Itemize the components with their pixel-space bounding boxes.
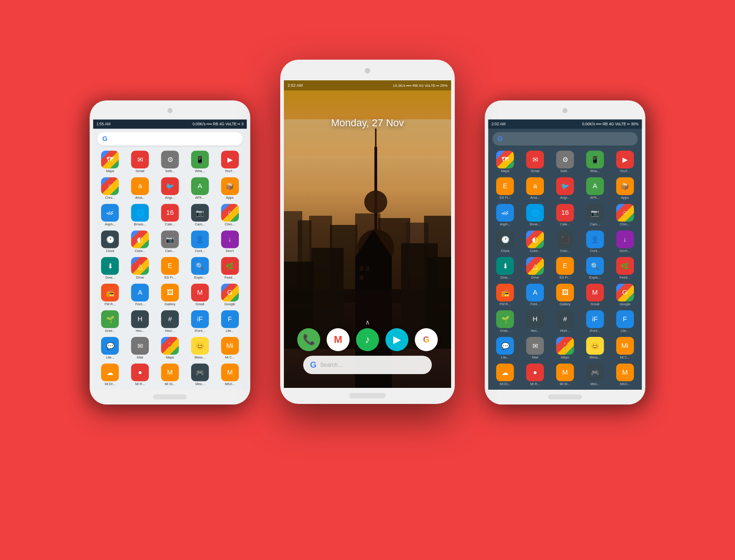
- app-item[interactable]: 📷Cam...: [185, 202, 214, 228]
- app-item[interactable]: MMIUI...: [215, 362, 244, 387]
- app-item[interactable]: 🎮Mini...: [185, 362, 214, 387]
- app-item[interactable]: △Drive: [520, 255, 549, 281]
- app-item[interactable]: 🕐Clock: [491, 229, 520, 254]
- app-item[interactable]: AFont...: [520, 282, 549, 308]
- app-item[interactable]: 🕐Clock: [96, 229, 124, 254]
- app-item[interactable]: MiMi C...: [611, 335, 639, 361]
- app-item[interactable]: 🌐Brows...: [125, 202, 154, 228]
- app-item[interactable]: 16Cale...: [155, 202, 184, 228]
- app-item[interactable]: 📱Wha...: [580, 149, 609, 175]
- app-item[interactable]: 🌱Gree...: [491, 308, 520, 334]
- app-item[interactable]: aAma...: [520, 176, 549, 202]
- dock-music-icon[interactable]: ♪: [356, 328, 379, 351]
- app-item[interactable]: 🖼Gallery: [550, 282, 579, 308]
- app-item[interactable]: 🗺Maps: [96, 149, 124, 175]
- app-item[interactable]: 🔍Explo...: [185, 255, 214, 281]
- app-item[interactable]: ⬇Dow...: [491, 255, 520, 281]
- home-button-right[interactable]: [548, 394, 582, 399]
- app-item[interactable]: ☁Mi Dr...: [491, 362, 520, 387]
- app-item[interactable]: MiMi C...: [215, 335, 244, 361]
- app-item[interactable]: GGoogle: [611, 282, 639, 308]
- app-item[interactable]: ●Mi R...: [520, 362, 549, 387]
- app-item[interactable]: 📦Apps: [215, 176, 244, 202]
- app-item[interactable]: ☁Mi Dr...: [96, 362, 124, 387]
- app-item[interactable]: 👤Cont...: [580, 229, 609, 254]
- app-item[interactable]: 🌿Feed...: [215, 255, 244, 281]
- app-item[interactable]: EES Fi...: [491, 176, 520, 202]
- search-bar-right[interactable]: G: [492, 132, 638, 146]
- app-item[interactable]: 📷Cam...: [580, 202, 609, 228]
- app-item[interactable]: ○Chro...: [215, 202, 244, 228]
- app-item[interactable]: ✉MMS...: [491, 388, 520, 390]
- app-item[interactable]: 🌿Feed...: [611, 255, 639, 281]
- app-item[interactable]: HHex...: [520, 308, 549, 334]
- search-bar-left[interactable]: G: [97, 132, 243, 146]
- app-item[interactable]: HHex...: [125, 308, 154, 334]
- app-item[interactable]: iFiFont...: [580, 308, 609, 334]
- app-item[interactable]: 📍Maps: [550, 335, 579, 361]
- app-item[interactable]: AFont...: [125, 282, 154, 308]
- app-item[interactable]: iFiFont...: [185, 308, 214, 334]
- app-item[interactable]: MMIUI...: [611, 362, 639, 387]
- app-item[interactable]: AAPK...: [185, 176, 214, 202]
- home-button-left[interactable]: [153, 394, 187, 399]
- app-item[interactable]: ✉Gmail: [520, 149, 549, 175]
- app-item[interactable]: 🐦Angr...: [155, 176, 184, 202]
- app-item[interactable]: ◐Color...: [125, 229, 154, 254]
- app-item[interactable]: 💬Lite...: [96, 335, 124, 361]
- dock-google-icon[interactable]: G: [415, 328, 438, 351]
- app-item[interactable]: 😊Mess...: [580, 335, 609, 361]
- app-item[interactable]: ✉Gmail: [125, 149, 154, 175]
- app-item[interactable]: 👤Cont...: [185, 229, 214, 254]
- app-item[interactable]: 🌱Gree...: [96, 308, 124, 334]
- app-item[interactable]: MGmail: [580, 282, 609, 308]
- app-item[interactable]: 📷Cam...: [155, 229, 184, 254]
- dock-gmail-icon[interactable]: M: [327, 328, 350, 351]
- app-item[interactable]: ↓Don't: [215, 229, 244, 254]
- app-item[interactable]: MMi St...: [550, 362, 579, 387]
- app-item[interactable]: ⬇Dow...: [96, 255, 124, 281]
- app-item[interactable]: ◐Color...: [520, 229, 549, 254]
- app-item[interactable]: 🏎Asph...: [491, 202, 520, 228]
- app-item[interactable]: FLite...: [611, 308, 639, 334]
- app-item[interactable]: 🐦Angr...: [550, 176, 579, 202]
- dock-play-icon[interactable]: ▶: [385, 328, 408, 351]
- app-item[interactable]: aAma...: [125, 176, 154, 202]
- app-item[interactable]: 16Cale...: [550, 202, 579, 228]
- app-item[interactable]: 🖼Gallery: [155, 282, 184, 308]
- app-item[interactable]: △Drive: [125, 255, 154, 281]
- app-item[interactable]: ⚙Setti...: [155, 149, 184, 175]
- app-item[interactable]: #Hish...: [550, 308, 579, 334]
- app-item[interactable]: ▶YouT...: [215, 149, 244, 175]
- app-item[interactable]: FLite...: [215, 308, 244, 334]
- app-item[interactable]: #Hex/...: [155, 308, 184, 334]
- app-item[interactable]: MMi St...: [155, 362, 184, 387]
- app-item[interactable]: 💬Lite...: [491, 335, 520, 361]
- app-item[interactable]: ✉Mail: [520, 335, 549, 361]
- app-item[interactable]: EES Fi...: [155, 255, 184, 281]
- dock-phone-icon[interactable]: 📞: [297, 328, 320, 351]
- app-item[interactable]: 📦Apps: [611, 176, 639, 202]
- app-item[interactable]: 🎮Mini...: [580, 362, 609, 387]
- app-item[interactable]: ○Chro...: [611, 202, 639, 228]
- app-item[interactable]: MGmail: [185, 282, 214, 308]
- app-item[interactable]: AAPK...: [580, 176, 609, 202]
- app-item[interactable]: 📻FM R...: [96, 282, 124, 308]
- app-item[interactable]: ▶YouT...: [611, 149, 639, 175]
- app-item[interactable]: ↓Don't...: [611, 229, 639, 254]
- app-item[interactable]: 🗺Maps: [491, 149, 520, 175]
- app-item[interactable]: 🌐Brow...: [520, 202, 549, 228]
- app-item[interactable]: 📱Wha...: [185, 149, 214, 175]
- app-item[interactable]: EES Fi...: [550, 255, 579, 281]
- app-item[interactable]: GGoogle: [215, 282, 244, 308]
- app-item[interactable]: 📍Maps: [155, 335, 184, 361]
- dock-search-bar[interactable]: G Search...: [303, 356, 432, 374]
- app-item[interactable]: ○Chro...: [96, 176, 124, 202]
- app-item[interactable]: 🔍Explo...: [580, 255, 609, 281]
- home-button-center[interactable]: [349, 393, 386, 398]
- app-item[interactable]: 📻FM R...: [491, 282, 520, 308]
- app-item[interactable]: 😊Mess...: [185, 335, 214, 361]
- app-item[interactable]: ⬛Com...: [550, 229, 579, 254]
- app-item[interactable]: 🏎Asph...: [96, 202, 124, 228]
- app-item[interactable]: ✉MMS...: [96, 388, 124, 390]
